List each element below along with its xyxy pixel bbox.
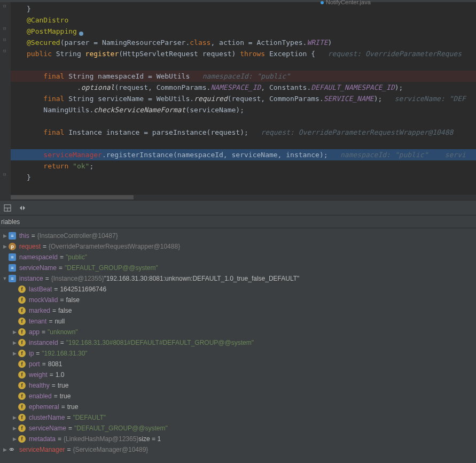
variable-type-icon: f	[18, 350, 26, 357]
fold-icon[interactable]: ⊟	[3, 48, 6, 53]
expand-arrow-icon[interactable]	[1, 241, 9, 252]
expand-arrow-icon[interactable]	[1, 444, 9, 455]
variable-type-icon: ≡	[9, 253, 16, 261]
code-editor[interactable]: ⊟ ⊟ ⊟ ⊟ ⊟ } @CanDistro @PostMapping @Sec…	[0, 2, 476, 195]
variable-type-icon: f	[18, 328, 26, 336]
debug-panel: riables ≡this={InstanceController@10487}…	[0, 200, 476, 463]
gutter[interactable]: ⊟ ⊟ ⊟ ⊟ ⊟	[0, 2, 11, 195]
variable-row[interactable]: ≡instance={Instance@12355} "192.168.31.3…	[0, 273, 476, 284]
code-line[interactable]: public String register(HttpServletReques…	[11, 48, 476, 59]
fold-icon[interactable]: ⊟	[3, 172, 6, 177]
variable-row[interactable]: ftenant=null	[0, 316, 476, 327]
equals-sign: =	[61, 402, 65, 412]
variable-row[interactable]: fclusterName="DEFAULT"	[0, 412, 476, 423]
variable-row[interactable]: fephemeral=true	[0, 402, 476, 412]
variable-row[interactable]: finstanceId="192.168.31.30#8081#DEFAULT#…	[0, 337, 476, 348]
variable-row[interactable]: ᯣserviceManager={ServiceManager@10489}	[0, 444, 476, 455]
variable-type-icon: f	[18, 414, 26, 421]
variable-type-icon: f	[18, 371, 26, 379]
variable-name: ip	[29, 348, 34, 359]
code-line[interactable]: final String namespaceId = WebUtils name…	[11, 71, 476, 82]
expand-arrow-icon[interactable]	[11, 423, 18, 434]
variable-row[interactable]: fmetadata={LinkedHashMap@12365} size = 1	[0, 434, 476, 444]
code-line[interactable]: final String serviceName = WebUtils.requ…	[11, 93, 476, 104]
variable-row[interactable]: fip="192.168.31.30"	[0, 348, 476, 359]
horizontal-scrollbar[interactable]	[0, 195, 476, 200]
variable-name: weight	[29, 369, 48, 380]
code-line[interactable]	[11, 138, 476, 149]
equals-sign: =	[58, 434, 61, 444]
layout-icon[interactable]	[3, 204, 12, 212]
code-line[interactable]: @PostMapping	[11, 26, 476, 37]
variable-row[interactable]: ≡serviceName="DEFAULT_GROUP@@system"	[0, 263, 476, 273]
variable-row[interactable]: fhealthy=true	[0, 380, 476, 391]
expand-arrow-icon[interactable]	[11, 434, 18, 444]
code-line[interactable]: .optional(request, CommonParams.NAMESPAC…	[11, 82, 476, 93]
expand-arrow-icon[interactable]	[11, 327, 18, 337]
variable-row[interactable]: ≡namespaceId="public"	[0, 252, 476, 263]
variable-row[interactable]: fenabled=true	[0, 391, 476, 402]
variable-value: 1642511696746	[60, 284, 106, 295]
fold-icon[interactable]: ⊟	[3, 37, 6, 42]
variable-row[interactable]: fmarked=false	[0, 305, 476, 316]
expand-arrow-icon[interactable]	[1, 273, 9, 284]
code-line[interactable]: @CanDistro	[11, 14, 476, 26]
variable-row[interactable]: fserviceName="DEFAULT_GROUP@@system"	[0, 423, 476, 434]
expand-arrow-icon[interactable]	[11, 412, 18, 423]
fold-icon[interactable]: ⊟	[3, 26, 6, 31]
code-line[interactable]: }	[11, 3, 476, 14]
variables-tab[interactable]: riables	[0, 215, 476, 228]
variable-value: "DEFAULT_GROUP@@system"	[65, 263, 158, 273]
variable-name: serviceManager	[19, 444, 65, 455]
variable-value: {Instance@12355}	[51, 273, 104, 284]
debug-toolbar	[0, 200, 476, 215]
gutter-nav-icon[interactable]	[78, 29, 84, 35]
variable-value: true	[58, 380, 69, 391]
variable-row[interactable]: fport=8081	[0, 359, 476, 369]
variable-type-icon: p	[9, 243, 16, 250]
expand-arrow-icon[interactable]	[11, 348, 18, 359]
variable-value: false	[66, 295, 79, 305]
equals-sign: =	[42, 359, 46, 369]
equals-sign: =	[60, 337, 64, 348]
equals-sign: =	[54, 284, 58, 295]
expand-arrow-icon[interactable]	[1, 230, 9, 241]
code-line[interactable]: return "ok";	[11, 160, 476, 172]
variable-value-extra: size = 1	[138, 434, 161, 444]
variable-name: serviceName	[19, 263, 57, 273]
code-line[interactable]	[11, 115, 476, 127]
variable-value: {InstanceController@10487}	[37, 230, 118, 241]
variable-value: 8081	[48, 359, 63, 369]
variable-name: instanceId	[29, 337, 58, 348]
equals-sign: =	[54, 391, 58, 402]
fold-icon[interactable]: ⊟	[3, 3, 6, 9]
variable-name: marked	[29, 305, 50, 316]
variable-row[interactable]: flastBeat=1642511696746	[0, 284, 476, 295]
restore-icon[interactable]	[18, 204, 27, 212]
variable-type-icon: f	[18, 339, 26, 346]
code-line[interactable]	[11, 59, 476, 71]
variable-row[interactable]: ≡this={InstanceController@10487}	[0, 230, 476, 241]
equals-sign: =	[67, 444, 71, 455]
scrollbar-thumb[interactable]	[11, 195, 134, 199]
variable-tree[interactable]: ≡this={InstanceController@10487}prequest…	[0, 228, 476, 457]
variable-value: "192.168.31.30#8081#DEFAULT#DEFAULT_GROU…	[66, 337, 254, 348]
variable-row[interactable]: fapp="unknown"	[0, 327, 476, 337]
expand-arrow-icon[interactable]	[11, 337, 18, 348]
variable-name: request	[19, 241, 41, 252]
variable-row[interactable]: fweight=1.0	[0, 369, 476, 380]
variable-type-icon: f	[18, 285, 26, 293]
equals-sign: =	[60, 295, 64, 305]
variable-row[interactable]: fmockValid=false	[0, 295, 476, 305]
code-line[interactable]: }	[11, 172, 476, 183]
code-line-current[interactable]: serviceManager.registerInstance(namespac…	[11, 149, 476, 160]
svg-point-0	[79, 32, 83, 36]
code-content[interactable]: } @CanDistro @PostMapping @Secured(parse…	[11, 2, 476, 195]
code-line[interactable]: final Instance instance = parseInstance(…	[11, 127, 476, 138]
variable-type-icon: ≡	[9, 264, 16, 272]
equals-sign: =	[59, 263, 63, 273]
variable-name: lastBeat	[29, 284, 52, 295]
code-line[interactable]: NamingUtils.checkServiceNameFormat(servi…	[11, 104, 476, 115]
code-line[interactable]: @Secured(parser = NamingResourceParser.c…	[11, 37, 476, 48]
variable-row[interactable]: prequest={OverrideParameterRequestWrappe…	[0, 241, 476, 252]
